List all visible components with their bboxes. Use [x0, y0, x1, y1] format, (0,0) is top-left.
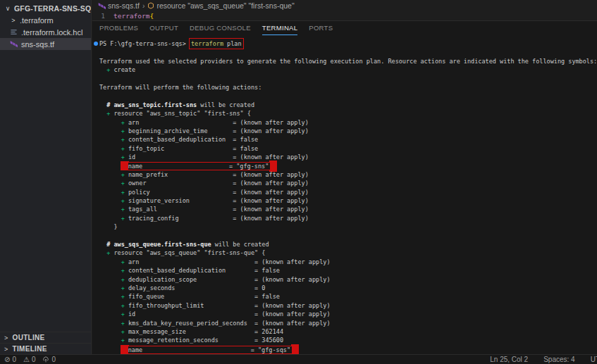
- sqs-name-highlight-box: name = "gfg-sqs": [121, 346, 298, 353]
- vscode-window: ∨ GFG-TERRA-SNS-SQS > .terraform .terraf…: [0, 0, 597, 364]
- terminal-text-segment: fifo_queue = false: [125, 293, 280, 300]
- terraform-file-icon: [98, 2, 106, 10]
- terminal-text-segment: content_based_deduplication = false: [125, 136, 258, 143]
- tab-ports[interactable]: PORTS: [309, 21, 333, 35]
- terminal-text-segment: arn = (known after apply): [125, 119, 309, 126]
- tree-item-sns-sqs-tf[interactable]: sns-sqs.tf: [0, 38, 91, 50]
- terminal-text-segment: +: [99, 127, 125, 134]
- terminal-text-segment: plan: [223, 40, 242, 47]
- terminal-text-segment: # aws_sqs_queue.first-sns-que: [99, 241, 211, 248]
- terminal-text-segment: signature_version = (known after apply): [125, 197, 309, 204]
- file-tree: ∨ GFG-TERRA-SNS-SQS > .terraform .terraf…: [0, 0, 91, 50]
- terminal-line: PS F:\gfg-terra-sns-sqs> terraform plan: [99, 39, 597, 48]
- terminal-text-segment: +: [99, 171, 125, 178]
- terminal-text-segment: name_prefix = (known after apply): [125, 171, 309, 178]
- terminal-text-segment: +: [99, 258, 125, 265]
- tab-terminal[interactable]: TERMINAL: [262, 21, 297, 35]
- root-folder-label: GFG-TERRA-SNS-SQS: [14, 4, 91, 13]
- tab-output[interactable]: OUTPUT: [149, 21, 178, 35]
- errors-indicator[interactable]: ⊘ 0: [4, 356, 16, 363]
- indentation-setting[interactable]: Spaces: 4: [543, 356, 574, 363]
- panel-tab-bar: PROBLEMS OUTPUT DEBUG CONSOLE TERMINAL P…: [92, 20, 597, 35]
- terminal-line: + id = (known after apply): [99, 153, 597, 161]
- ports-indicator[interactable]: 0: [42, 356, 56, 363]
- breadcrumb[interactable]: sns-sqs.tf › resource "aws_sqs_queue" "f…: [92, 0, 597, 11]
- terminal-line: + beginning_archive_time = (known after …: [99, 127, 597, 135]
- terminal-line: Terraform will perform the following act…: [99, 83, 597, 92]
- terminal-text-segment: +: [99, 215, 125, 222]
- terminal-text-segment: +: [99, 310, 125, 318]
- warnings-indicator[interactable]: ⚠ 0: [23, 356, 36, 363]
- terminal-text-segment: create: [110, 66, 135, 73]
- terraform-plan-highlight-box: terraform plan: [191, 40, 242, 47]
- command-decoration-dot[interactable]: [94, 42, 98, 46]
- terminal-output[interactable]: PS F:\gfg-terra-sns-sqs> terraform plan …: [92, 35, 597, 354]
- code-keyword: terraform: [113, 12, 149, 20]
- terminal-text-segment: +: [99, 293, 125, 300]
- breadcrumb-file[interactable]: sns-sqs.tf: [108, 1, 140, 10]
- terminal-text-segment: delay_seconds = 0: [125, 284, 266, 291]
- code-brace: {: [149, 12, 154, 20]
- terminal-text-segment: +: [99, 302, 125, 309]
- terminal-line: + arn = (known after apply): [99, 258, 597, 266]
- chevron-down-icon: ∨: [4, 5, 11, 12]
- editor-code-line[interactable]: 1 terraform {: [92, 11, 597, 20]
- terminal-text-segment: terraform: [191, 40, 223, 47]
- terminal-text-segment: +: [99, 197, 125, 204]
- timeline-section-header[interactable]: >TIMELINE: [0, 343, 91, 354]
- errors-count: 0: [12, 356, 16, 363]
- status-bar-left: ⊘ 0 ⚠ 0 0: [0, 356, 56, 363]
- sidebar-spacer: [0, 50, 91, 332]
- terminal-text-segment: fifo_topic = false: [125, 145, 258, 152]
- breadcrumb-symbol[interactable]: resource "aws_sqs_queue" "first-sns-que": [156, 1, 294, 10]
- terminal-text-segment: id = (known after apply): [125, 153, 309, 161]
- terminal-text-segment: Terraform used the selected providers to…: [99, 58, 597, 65]
- terminal-line: + kms_data_key_reuse_period_seconds = (k…: [99, 319, 597, 327]
- cursor-position[interactable]: Ln 25, Col 2: [490, 356, 528, 363]
- tree-root-folder[interactable]: ∨ GFG-TERRA-SNS-SQS: [0, 2, 91, 14]
- tab-problems[interactable]: PROBLEMS: [99, 21, 138, 35]
- line-number: 1: [92, 12, 105, 20]
- tree-item-terraform-folder[interactable]: > .terraform: [0, 14, 91, 26]
- terminal-line: + create: [99, 65, 597, 74]
- terminal-text-segment: policy = (known after apply): [125, 189, 309, 196]
- terminal-line: }: [99, 222, 597, 231]
- terminal-text-segment: +: [99, 189, 125, 196]
- terminal-text-segment: +: [99, 320, 125, 327]
- terminal-text-segment: kms_data_key_reuse_period_seconds = (kno…: [125, 320, 331, 327]
- terminal-line: + max_message_size = 262144: [99, 327, 597, 336]
- outline-section-header[interactable]: >OUTLINE: [0, 332, 91, 343]
- terminal-text-segment: +: [99, 145, 125, 152]
- warnings-count: 0: [32, 356, 36, 363]
- terminal-text-segment: PS F:\gfg-terra-sns-sqs>: [99, 40, 190, 47]
- terminal-line: # aws_sns_topic.first-sns will be create…: [99, 101, 597, 109]
- terminal-text-segment: resource "aws_sqs_queue" "first-sns-que"…: [110, 249, 265, 256]
- terminal-text-segment: content_based_deduplication = false: [125, 267, 280, 274]
- encoding-setting[interactable]: UTF-8: [591, 356, 597, 363]
- terminal-line: + message_retention_seconds = 345600: [99, 336, 597, 344]
- symbol-icon: [147, 2, 154, 9]
- breadcrumb-separator: ›: [142, 1, 145, 10]
- terminal-line: + name_prefix = (known after apply): [99, 170, 597, 179]
- ports-count: 0: [51, 356, 56, 363]
- terminal-panel[interactable]: PS F:\gfg-terra-sns-sqs> terraform plan …: [92, 35, 597, 354]
- outline-label: OUTLINE: [13, 334, 45, 341]
- terraform-file-icon: [10, 40, 18, 48]
- terminal-text-segment: fifo_throughput_limit = (known after app…: [125, 302, 331, 309]
- terminal-line: # aws_sqs_queue.first-sns-que will be cr…: [99, 240, 597, 249]
- terminal-text-segment: id = (known after apply): [125, 310, 331, 318]
- terminal-text-segment: name = "gfg-sqs": [128, 346, 290, 353]
- terminal-line: + fifo_topic = false: [99, 144, 597, 153]
- status-bar-right: Ln 25, Col 2 Spaces: 4 UTF-8: [490, 356, 597, 363]
- sns-name-highlight-box: name = "gfg-sns": [121, 163, 277, 170]
- tab-debug-console[interactable]: DEBUG CONSOLE: [190, 21, 251, 35]
- warning-icon: ⚠: [23, 356, 30, 363]
- terminal-line: + tracing_config = (known after apply): [99, 214, 597, 222]
- terminal-text-segment: message_retention_seconds = 345600: [125, 337, 283, 344]
- terminal-text-segment: +: [99, 284, 125, 291]
- tree-item-lock-file[interactable]: .terraform.lock.hcl: [0, 26, 91, 38]
- terminal-text-segment: max_message_size = 262144: [125, 328, 283, 335]
- terminal-text-segment: arn = (known after apply): [125, 258, 331, 265]
- terminal-line: [99, 75, 597, 83]
- terminal-line: + fifo_queue = false: [99, 292, 597, 301]
